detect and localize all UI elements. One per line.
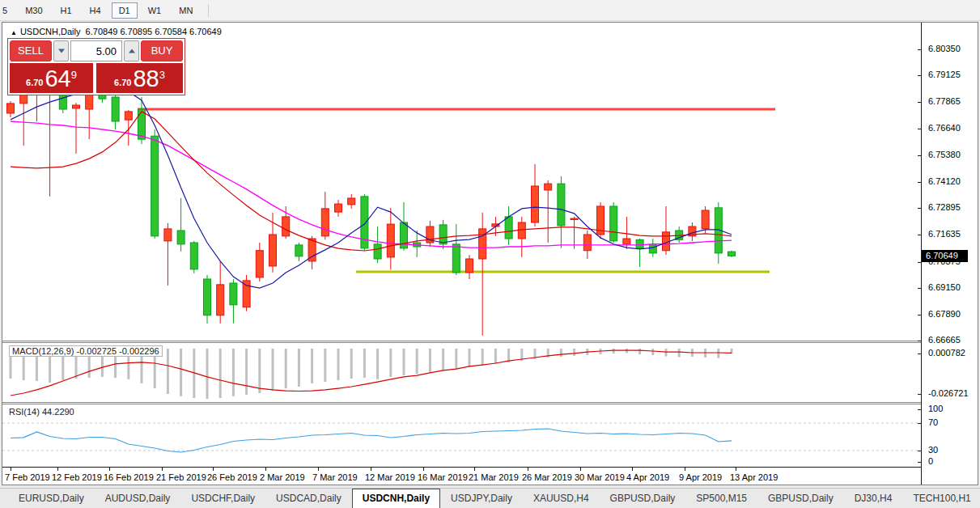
date-tick-label: 21 Mar 2019 — [469, 472, 519, 482]
date-tick-label: 26 Feb 2019 — [207, 472, 257, 482]
sell-price-sup: 9 — [71, 69, 77, 81]
price-tick-label: 6.75380 — [928, 150, 961, 159]
volume-decrease-button[interactable] — [53, 40, 69, 61]
volume-input[interactable] — [70, 40, 122, 61]
price-tick-label: 6.79125 — [928, 70, 961, 79]
macd-indicator-label: MACD(12,26,9) -0.002725 -0.002296 — [9, 345, 163, 357]
indicator-tick-label: -0.026721 — [928, 388, 969, 398]
rsi-indicator-label: RSI(14) 44.2290 — [9, 407, 74, 417]
chart-tab-TECH100-H1[interactable]: TECH100,H1 — [902, 489, 980, 507]
chart-tab-USDCNH-Daily[interactable]: USDCNH,Daily — [352, 489, 440, 508]
ma-mid-line — [11, 112, 732, 251]
timeframe-button-MN[interactable]: MN — [172, 2, 200, 19]
price-tick-label: 6.74120 — [928, 176, 961, 186]
date-tick-label: 12 Feb 2019 — [52, 472, 102, 482]
timeframe-button-5[interactable]: 5 — [0, 2, 15, 19]
indicator-tick-label: 0 — [928, 456, 933, 466]
volume-increase-button[interactable] — [124, 40, 139, 61]
chevron-down-icon — [58, 49, 65, 53]
chart-tab-GBPUSD-Daily[interactable]: GBPUSD,Daily — [757, 489, 844, 507]
time-axis: 7 Feb 201912 Feb 201916 Feb 201921 Feb 2… — [2, 467, 921, 485]
rsi-line — [11, 429, 732, 452]
sell-price-big: 64 — [45, 67, 70, 91]
timeframe-button-W1[interactable]: W1 — [141, 2, 169, 19]
date-tick-label: 13 Apr 2019 — [730, 472, 778, 482]
date-tick-label: 2 Mar 2019 — [260, 472, 305, 482]
rsi-indicator-canvas[interactable] — [2, 404, 921, 467]
date-tick-label: 21 Feb 2019 — [156, 472, 206, 482]
chart-title: ▲USDCNH,Daily 6.70849 6.70895 6.70584 6.… — [11, 27, 222, 36]
chart-tab-USDCAD-Daily[interactable]: USDCAD,Daily — [265, 489, 352, 507]
sell-quote-button[interactable]: 6.70 64 9 — [10, 63, 93, 93]
macd-value-main: -0.002725 — [76, 346, 117, 356]
price-tick-label: 6.67890 — [928, 309, 961, 319]
rsi-name: RSI(14) — [9, 407, 40, 417]
price-tick-label: 6.66665 — [928, 335, 961, 345]
price-tick-label: 6.76640 — [928, 123, 961, 133]
chevron-up-icon — [129, 49, 135, 53]
date-tick-label: 26 Mar 2019 — [522, 472, 572, 482]
chart-tab-EURUSD-Daily[interactable]: EURUSD,Daily — [8, 489, 95, 507]
indicator-tick-label: 30 — [928, 445, 938, 455]
rsi-value: 44.2290 — [42, 407, 74, 417]
ma-slow-line — [11, 121, 732, 248]
chart-tab-DJ30-H4[interactable]: DJ30,H4 — [844, 489, 903, 507]
buy-price-sup: 3 — [159, 69, 165, 81]
sell-price-prefix: 6.70 — [26, 78, 43, 87]
timeframe-toolbar: 5M30H1H4D1W1MN — [0, 0, 980, 21]
date-tick-label: 30 Mar 2019 — [575, 472, 625, 482]
date-tick-label: 7 Mar 2019 — [312, 472, 358, 482]
indicator-tick-label: 0.000782 — [928, 348, 965, 358]
macd-name: MACD(12,26,9) — [12, 346, 74, 356]
date-tick-label: 9 Apr 2019 — [679, 472, 722, 482]
chart-tab-SP500-M15[interactable]: SP500,M15 — [685, 489, 757, 507]
chart-tab-USDJPY-Daily[interactable]: USDJPY,Daily — [440, 489, 523, 507]
timeframe-button-D1[interactable]: D1 — [112, 2, 138, 19]
indicator-tick-label: 100 — [928, 404, 943, 413]
price-tick-label: 6.69150 — [928, 282, 961, 292]
date-tick-label: 4 Apr 2019 — [626, 472, 669, 482]
chart-tab-USDCHF-Daily[interactable]: USDCHF,Daily — [180, 489, 265, 507]
buy-price-big: 88 — [133, 67, 159, 91]
date-tick-label: 7 Feb 2019 — [5, 472, 50, 482]
chart-tab-AUDUSD-Daily[interactable]: AUDUSD,Daily — [95, 489, 181, 507]
toolbar-separator — [208, 4, 209, 17]
price-axis: 6.70649 6.803506.791256.778656.766406.75… — [921, 23, 978, 485]
price-tick-label: 6.80350 — [928, 44, 961, 53]
chart-tab-bar: EURUSD,DailyAUDUSD,DailyUSDCHF,DailyUSDC… — [0, 488, 980, 508]
timeframe-button-H4[interactable]: H4 — [83, 2, 108, 19]
macd-signal-line — [11, 350, 732, 396]
collapse-arrow-icon[interactable]: ▲ — [11, 29, 17, 36]
price-tick-label: 6.77865 — [928, 96, 961, 106]
timeframe-button-M30[interactable]: M30 — [18, 2, 49, 19]
chart-tab-XAUUSD-H4[interactable]: XAUUSD,H4 — [523, 489, 600, 507]
price-tick-label: 6.70375 — [928, 256, 961, 266]
buy-quote-button[interactable]: 6.70 88 3 — [96, 63, 183, 93]
chart-ohlc: 6.70849 6.70895 6.70584 6.70649 — [86, 27, 222, 36]
one-click-trading-panel: SELL BUY 6.70 64 9 6.70 88 3 — [7, 38, 185, 95]
chart-tab-GBPUSD-Daily[interactable]: GBPUSD,Daily — [600, 489, 686, 507]
chart-window: 7 Feb 201912 Feb 201916 Feb 201921 Feb 2… — [2, 22, 978, 485]
date-tick-label: 12 Mar 2019 — [365, 472, 415, 482]
date-tick-label: 16 Mar 2019 — [418, 472, 468, 482]
macd-value-signal: -0.002296 — [119, 346, 159, 356]
price-tick-label: 6.71635 — [928, 229, 961, 239]
price-tick-label: 6.72895 — [928, 202, 961, 212]
sell-button[interactable]: SELL — [10, 40, 52, 61]
date-tick-label: 16 Feb 2019 — [104, 472, 154, 482]
buy-button[interactable]: BUY — [141, 40, 183, 61]
indicator-tick-label: 70 — [928, 417, 938, 427]
buy-price-prefix: 6.70 — [114, 78, 131, 87]
candlesticks — [7, 89, 736, 336]
timeframe-button-H1[interactable]: H1 — [53, 2, 79, 19]
chart-symbol: USDCNH,Daily — [20, 27, 81, 36]
